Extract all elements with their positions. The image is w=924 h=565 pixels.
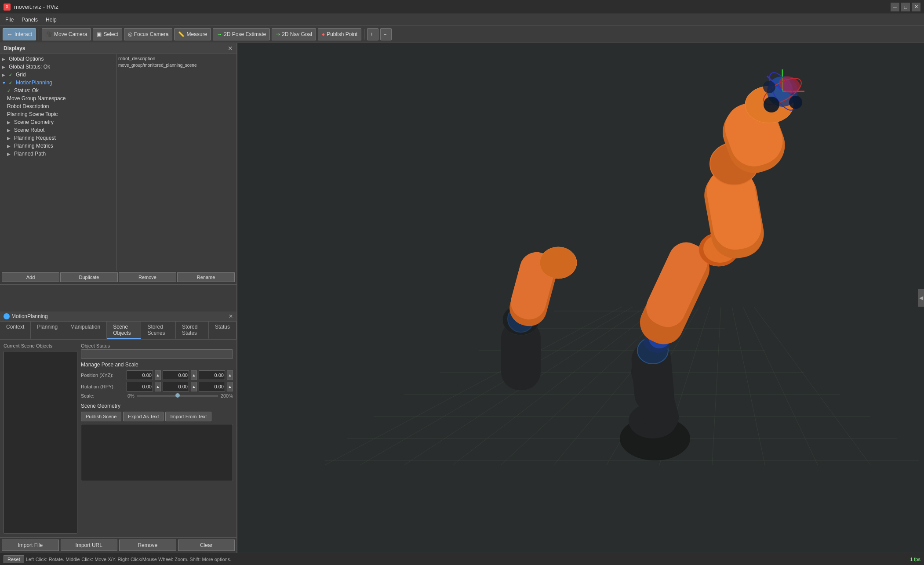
add-display-button[interactable]: Add	[2, 272, 59, 282]
tab-planning[interactable]: Planning	[31, 322, 64, 339]
close-button[interactable]: ✕	[912, 3, 920, 11]
scene-objects-list[interactable]	[4, 351, 77, 534]
svg-point-48	[763, 81, 775, 93]
pos-z-up-btn[interactable]: ▲	[227, 370, 233, 380]
menu-help[interactable]: Help	[42, 16, 60, 24]
tab-scene-objects[interactable]: Scene Objects	[107, 322, 141, 339]
status-bar: Reset Left-Click: Rotate. Middle-Click: …	[0, 553, 924, 565]
fps-counter: 1 fps	[910, 557, 920, 562]
tool-move-camera[interactable]: 🎥 Move Camera	[42, 28, 91, 40]
motion-close-icon[interactable]: ✕	[229, 313, 233, 319]
displays-content: ▶ Global Options ▶ Global Status: Ok ▶ ✓…	[0, 54, 236, 271]
expand-icon: ▶	[7, 144, 12, 148]
tab-stored-states[interactable]: Stored States	[176, 322, 209, 339]
pos-x-up-btn[interactable]: ▲	[155, 370, 161, 380]
arrow-icon: ◀	[919, 295, 923, 301]
tree-status-ok[interactable]: ✓ Status: Ok	[0, 87, 116, 94]
tree-planning-metrics[interactable]: ▶ Planning Metrics	[0, 142, 116, 150]
scene-geometry-section: Scene Geometry Publish Scene Export As T…	[81, 403, 233, 481]
tree-scene-geometry[interactable]: ▶ Scene Geometry	[0, 118, 116, 126]
menu-file[interactable]: File	[2, 16, 17, 24]
2d-nav-icon: ⇒	[276, 31, 280, 37]
rot-z-up-btn[interactable]: ▲	[227, 382, 233, 391]
tree-planned-path[interactable]: ▶ Planned Path	[0, 150, 116, 158]
scale-row: Scale: 0% 200%	[81, 393, 233, 398]
svg-point-46	[789, 96, 802, 109]
rot-y-input[interactable]	[163, 382, 189, 391]
tool-select[interactable]: ▣ Select	[93, 28, 122, 40]
clear-button[interactable]: Clear	[178, 540, 235, 551]
tab-status[interactable]: Status	[209, 322, 236, 339]
tree-label: Planning Scene Topic	[7, 111, 58, 117]
tree-grid[interactable]: ▶ ✓ Grid	[0, 71, 116, 79]
tree-move-group-ns[interactable]: Move Group Namespace	[0, 94, 116, 102]
remove-display-button[interactable]: Remove	[119, 272, 176, 282]
menu-bar: File Panels Help	[0, 14, 924, 25]
maximize-button[interactable]: □	[901, 3, 910, 11]
rot-x-input[interactable]	[127, 382, 153, 391]
duplicate-display-button[interactable]: Duplicate	[60, 272, 118, 282]
viewport[interactable]: ◀	[237, 43, 924, 553]
measure-icon: 📏	[178, 31, 185, 37]
import-url-button[interactable]: Import URL	[61, 540, 118, 551]
reset-button[interactable]: Reset	[4, 555, 24, 563]
scene-right: Object Status Manage Pose and Scale Posi…	[81, 343, 233, 534]
tree-global-status[interactable]: ▶ Global Status: Ok	[0, 63, 116, 71]
tree-label: Grid	[16, 72, 26, 78]
remove-button[interactable]: Remove	[119, 540, 176, 551]
tool-measure[interactable]: 📏 Measure	[174, 28, 211, 40]
tool-focus-camera[interactable]: ◎ Focus Camera	[124, 28, 173, 40]
pos-z-input[interactable]	[199, 370, 225, 380]
menu-panels[interactable]: Panels	[18, 16, 41, 24]
scene-geo-list	[81, 424, 233, 481]
object-status-bar	[81, 349, 233, 359]
displays-close-icon[interactable]: ✕	[228, 45, 233, 52]
expand-icon: ▶	[7, 152, 12, 156]
rename-display-button[interactable]: Rename	[177, 272, 235, 282]
toolbar-plus-button[interactable]: +	[367, 28, 378, 40]
import-file-button[interactable]: Import File	[2, 540, 59, 551]
tab-manipulation[interactable]: Manipulation	[64, 322, 107, 339]
tree-motion-planning[interactable]: ▼ ✓ MotionPlanning	[0, 79, 116, 87]
export-as-text-button[interactable]: Export As Text	[123, 412, 164, 421]
pos-x-input[interactable]	[127, 370, 153, 380]
motion-header-left: MotionPlanning	[4, 313, 48, 319]
displays-title: Displays	[4, 45, 25, 51]
rot-y-up-btn[interactable]: ▲	[191, 382, 197, 391]
minimize-button[interactable]: ─	[891, 3, 899, 11]
tool-2d-nav[interactable]: ⇒ 2D Nav Goal	[272, 28, 316, 40]
tool-publish-point[interactable]: ● Publish Point	[318, 28, 361, 40]
tree-global-options[interactable]: ▶ Global Options	[0, 55, 116, 63]
publish-scene-button[interactable]: Publish Scene	[81, 412, 121, 421]
expand-icon: ▶	[2, 72, 7, 77]
select-icon: ▣	[97, 31, 102, 37]
tree-planning-request[interactable]: ▶ Planning Request	[0, 134, 116, 142]
move-camera-icon: 🎥	[46, 31, 52, 37]
tree-scene-robot[interactable]: ▶ Scene Robot	[0, 126, 116, 134]
position-label: Position (XYZ):	[81, 373, 125, 378]
scale-slider[interactable]	[137, 395, 218, 397]
bottom-buttons: Import File Import URL Remove Clear	[0, 537, 236, 553]
pos-y-up-btn[interactable]: ▲	[191, 370, 197, 380]
check-icon: ✓	[9, 80, 14, 85]
prop-robot-desc: robot_description	[118, 55, 235, 62]
motion-icon	[4, 313, 10, 319]
tree-label: Global Status: Ok	[9, 64, 50, 70]
prop-robot-desc-value: robot_description	[118, 56, 155, 61]
manage-pose-title: Manage Pose and Scale	[81, 362, 233, 368]
tool-interact[interactable]: ↔ Interact	[3, 28, 36, 40]
tree-robot-desc[interactable]: Robot Description	[0, 102, 116, 110]
tab-stored-scenes[interactable]: Stored Scenes	[141, 322, 176, 339]
tree-planning-scene-topic[interactable]: Planning Scene Topic	[0, 110, 116, 118]
rot-x-up-btn[interactable]: ▲	[155, 382, 161, 391]
tab-context[interactable]: Context	[0, 322, 31, 339]
tree-label: Robot Description	[7, 103, 49, 109]
sidebar-arrow[interactable]: ◀	[918, 289, 924, 307]
toolbar-minus-button[interactable]: −	[380, 28, 392, 40]
import-from-text-button[interactable]: Import From Text	[165, 412, 211, 421]
pos-y-input[interactable]	[163, 370, 189, 380]
rot-z-input[interactable]	[199, 382, 225, 391]
tool-2d-pose[interactable]: → 2D Pose Estimate	[213, 28, 270, 40]
tree-label: MotionPlanning	[16, 80, 52, 86]
tree-label: Planning Request	[14, 135, 56, 141]
